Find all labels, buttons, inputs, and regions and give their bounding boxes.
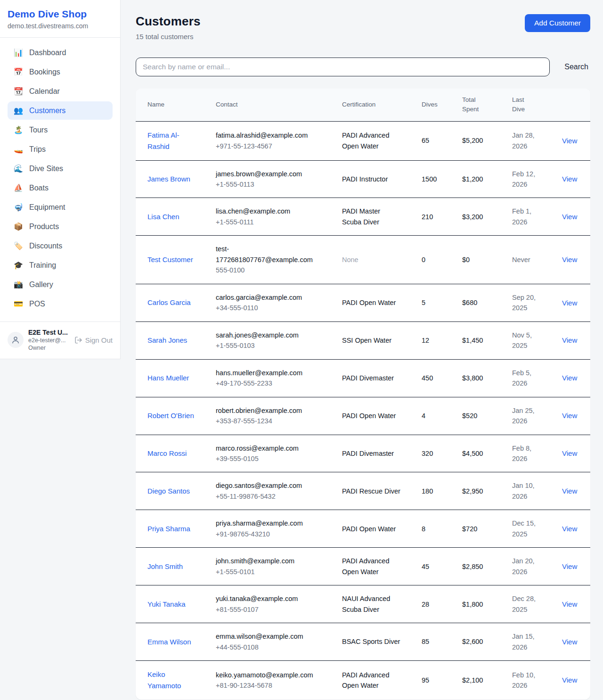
customer-name-link[interactable]: Fatima Al-Rashid [147,130,195,152]
last-dive-date: Sep 20, 2025 [512,292,542,313]
sidebar-nav-item[interactable]: 🏷️ Discounts [8,237,113,255]
contact-cell: lisa.chen@example.com +1-555-0111 [216,206,317,227]
last-dive-date: Feb 12, 2026 [512,169,542,190]
customer-name-link[interactable]: Lisa Chen [147,211,195,222]
certification-cell: PADI Advanced Open Water [342,670,401,691]
customer-name-link[interactable]: Carlos Garcia [147,297,195,308]
view-customer-link[interactable]: View [562,175,577,183]
customer-name-link[interactable]: Marco Rossi [147,448,195,459]
nav-item-icon: 🏷️ [14,241,23,250]
user-name: E2E Test U... [28,329,70,336]
view-customer-link[interactable]: View [562,638,577,646]
sidebar-nav-item[interactable]: 📆 Calendar [8,82,113,100]
customer-name-link[interactable]: Priya Sharma [147,523,195,535]
customer-phone: 555-0100 [216,265,317,275]
certification-cell: BSAC Sports Diver [342,636,401,647]
nav-item-icon: 🌊 [14,164,23,173]
view-customer-link[interactable]: View [562,487,577,495]
nav-item-icon: 🚤 [14,145,23,154]
customer-row: Marco Rossi marco.rossi@example.com +39-… [136,435,590,472]
sidebar-nav-item[interactable]: 🚤 Trips [8,140,113,158]
search-input[interactable] [136,58,550,76]
view-customer-link[interactable]: View [562,562,577,570]
sign-out-label: Sign Out [85,336,113,344]
contact-cell: john.smith@example.com +1-555-0101 [216,556,317,577]
sidebar-nav-item[interactable]: 📊 Dashboard [8,43,113,62]
customer-name-link[interactable]: Keiko Yamamoto [147,669,195,692]
contact-cell: keiko.yamamoto@example.com +81-90-1234-5… [216,670,317,691]
customer-name-link[interactable]: Sarah Jones [147,335,195,346]
dives-count: 180 [422,487,433,495]
customer-name-link[interactable]: John Smith [147,561,195,572]
col-header-actions [562,89,590,121]
customer-row: Keiko Yamamoto keiko.yamamoto@example.co… [136,661,590,700]
last-dive-date: Jan 25, 2026 [512,405,542,427]
certification-cell: PADI Divemaster [342,373,401,383]
nav-item-label: Equipment [29,203,65,212]
total-spent: $3,200 [462,213,483,221]
sidebar-header: Demo Dive Shop demo.test.divestreams.com [0,0,120,38]
sidebar-nav-item[interactable]: 📸 Gallery [8,275,113,294]
nav-item-label: Boats [29,184,49,192]
sidebar-nav-item[interactable]: 🏝️ Tours [8,121,113,139]
contact-cell: priya.sharma@example.com +91-98765-43210 [216,518,317,539]
sign-out-button[interactable]: Sign Out [74,336,113,344]
add-customer-button[interactable]: Add Customer [525,14,590,32]
customer-email: hans.mueller@example.com [216,368,317,378]
view-customer-link[interactable]: View [562,213,577,221]
customer-email: yuki.tanaka@example.com [216,593,317,604]
nav-item-icon: 🎓 [14,261,23,270]
view-customer-link[interactable]: View [562,336,577,344]
nav-item-icon: 📸 [14,280,23,289]
sidebar-nav-item[interactable]: 📦 Products [8,217,113,236]
sidebar-nav-item[interactable]: 🎓 Training [8,256,113,274]
dives-count: 210 [422,213,433,221]
sidebar-nav-item[interactable]: ⛵ Boats [8,179,113,197]
customer-name-link[interactable]: James Brown [147,173,195,185]
sidebar-nav-item[interactable]: 🤿 Equipment [8,198,113,216]
customer-row: Test Customer test-1772681807767@example… [136,236,590,284]
view-customer-link[interactable]: View [562,600,577,608]
sidebar-nav-item[interactable]: 📅 Bookings [8,63,113,81]
nav-item-icon: 📆 [14,87,23,96]
sidebar: Demo Dive Shop demo.test.divestreams.com… [0,0,121,359]
customer-name-link[interactable]: Yuki Tanaka [147,599,195,610]
view-customer-link[interactable]: View [562,412,577,420]
view-customer-link[interactable]: View [562,374,577,382]
customer-name-link[interactable]: Robert O'Brien [147,410,195,421]
last-dive-date: Dec 15, 2025 [512,518,542,539]
view-customer-link[interactable]: View [562,137,577,145]
search-button[interactable]: Search [562,59,590,75]
customer-phone: +81-90-1234-5678 [216,680,317,691]
certification-cell: SSI Open Water [342,335,401,346]
customer-phone: +81-555-0107 [216,604,317,615]
nav-item-label: POS [29,300,45,308]
customer-name-link[interactable]: Emma Wilson [147,636,195,648]
view-customer-link[interactable]: View [562,255,577,264]
customer-row: Robert O'Brien robert.obrien@example.com… [136,397,590,435]
sidebar-nav-item[interactable]: 💳 POS [8,295,113,313]
view-customer-link[interactable]: View [562,676,577,684]
user-section: E2E Test U... e2e-tester@... Owner Sign … [0,321,120,359]
total-spent: $4,500 [462,450,483,457]
customer-row: Lisa Chen lisa.chen@example.com +1-555-0… [136,198,590,236]
view-customer-link[interactable]: View [562,525,577,533]
customer-phone: +49-170-555-2233 [216,378,317,388]
person-icon [11,336,20,344]
customer-name-link[interactable]: Hans Mueller [147,372,195,384]
customer-row: James Brown james.brown@example.com +1-5… [136,160,590,198]
total-spent: $1,800 [462,601,483,608]
last-dive-date: Feb 5, 2026 [512,368,542,389]
sidebar-nav-item[interactable]: 🌊 Dive Sites [8,159,113,178]
view-customer-link[interactable]: View [562,449,577,457]
view-customer-link[interactable]: View [562,299,577,307]
customer-name-link[interactable]: Test Customer [147,254,195,265]
certification-cell: PADI Instructor [342,174,401,184]
dives-count: 1500 [422,175,437,183]
sidebar-nav-item[interactable]: 👥 Customers [8,101,113,120]
dives-count: 12 [422,337,429,344]
customer-name-link[interactable]: Diego Santos [147,486,195,497]
dives-count: 85 [422,638,429,645]
nav-item-label: Gallery [29,280,53,289]
customer-phone: +353-87-555-1234 [216,416,317,426]
